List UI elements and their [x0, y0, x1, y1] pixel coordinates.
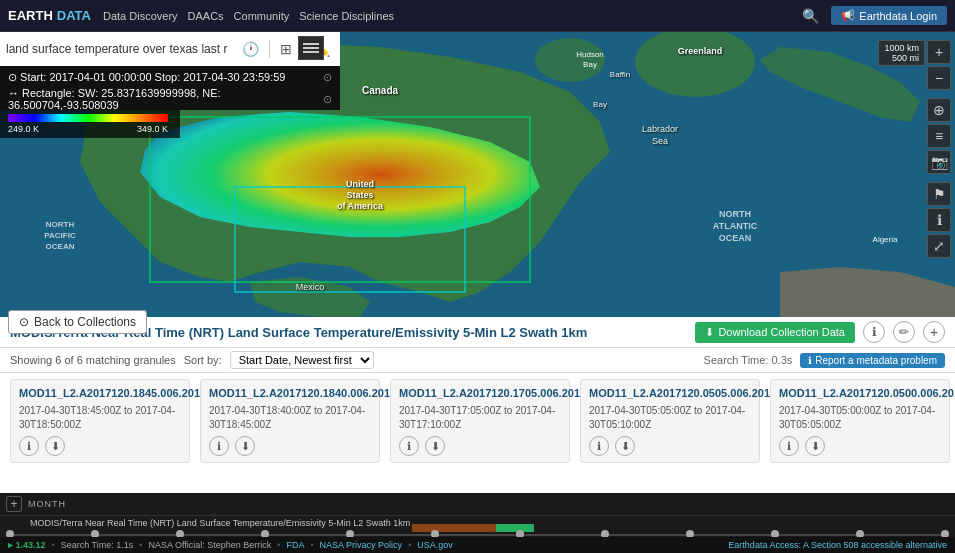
camera-button[interactable]: 📷 [927, 150, 951, 174]
collection-add-button[interactable]: + [923, 321, 945, 343]
svg-text:States: States [346, 190, 373, 200]
usa-link[interactable]: USA.gov [417, 540, 453, 550]
results-panel: MODIS/Terra Near Real Time (NRT) Land Su… [0, 317, 955, 493]
megaphone-icon: 📢 [841, 9, 855, 22]
color-max-label: 349.0 K [137, 124, 168, 134]
datetime-icon: ⊙ [323, 71, 332, 84]
logo-data: DATA [57, 8, 91, 23]
geolocate-button[interactable]: ⊕ [927, 98, 951, 122]
distance-km: 1000 km [884, 43, 919, 53]
svg-text:Bay: Bay [583, 60, 597, 69]
hamburger-line2 [303, 47, 319, 49]
granule-info-button[interactable]: ℹ [779, 436, 799, 456]
granule-card: MOD11_L2.A2017120.1845.006.2017 2017-04-… [10, 379, 190, 463]
granule-info-button[interactable]: ℹ [399, 436, 419, 456]
svg-text:United: United [346, 179, 374, 189]
share-button[interactable]: ⤢ [927, 234, 951, 258]
results-subheader: Showing 6 of 6 matching granules Sort by… [0, 348, 955, 373]
granule-dates: 2017-04-30T17:05:00Z to 2017-04-30T17:10… [399, 404, 561, 432]
svg-text:ATLANTIC: ATLANTIC [713, 221, 758, 231]
hamburger-menu[interactable] [298, 36, 324, 60]
download-collection-button[interactable]: ⬇ Download Collection Data [695, 322, 855, 343]
sep2: • [139, 540, 142, 550]
search-time: Search Time: 0.3s [704, 354, 793, 366]
report-button[interactable]: ℹ Report a metadata problem [800, 353, 945, 368]
sort-select[interactable]: Start Date, Newest first [230, 351, 374, 369]
sep3: • [277, 540, 280, 550]
hamburger-line3 [303, 51, 319, 53]
info-icon: ℹ [808, 355, 812, 366]
granule-download-button[interactable]: ⬇ [45, 436, 65, 456]
svg-text:Greenland: Greenland [678, 46, 723, 56]
distance-indicator: 1000 km 500 mi [878, 40, 925, 66]
login-button[interactable]: 📢 Earthdata Login [831, 6, 947, 25]
color-labels: 249.0 K 349.0 K [8, 124, 168, 134]
nav-data-discovery[interactable]: Data Discovery [103, 10, 178, 22]
version-label: ▸ 1.43.12 [8, 540, 46, 550]
timeline-brown-segment [412, 524, 496, 532]
svg-text:OCEAN: OCEAN [719, 233, 752, 243]
sep1: • [52, 540, 55, 550]
nav-community[interactable]: Community [234, 10, 290, 22]
svg-text:of America: of America [337, 201, 384, 211]
info-button[interactable]: ℹ [927, 208, 951, 232]
ctrl-separator2 [927, 176, 951, 180]
granule-info-button[interactable]: ℹ [19, 436, 39, 456]
download-icon: ⬇ [705, 326, 714, 339]
granule-actions: ℹ ⬇ [209, 436, 371, 456]
granule-info-button[interactable]: ℹ [589, 436, 609, 456]
sep4: • [310, 540, 313, 550]
svg-text:NORTH: NORTH [719, 209, 751, 219]
ctrl-separator [927, 92, 951, 96]
report-label: Report a metadata problem [815, 355, 937, 366]
logo-earth: EARTH [8, 8, 53, 23]
login-label: Earthdata Login [859, 10, 937, 22]
search-input[interactable] [6, 42, 234, 56]
layers-button[interactable]: ≡ [927, 124, 951, 148]
granule-title: MOD11_L2.A2017120.0500.006.2017 [779, 386, 941, 400]
granule-actions: ℹ ⬇ [19, 436, 181, 456]
back-icon: ⊙ [19, 315, 29, 329]
search-time-status: Search Time: 1.1s [61, 540, 134, 550]
granule-download-button[interactable]: ⬇ [615, 436, 635, 456]
status-bar: ▸ 1.43.12 • Search Time: 1.1s • NASA Off… [0, 537, 955, 553]
granule-download-button[interactable]: ⬇ [425, 436, 445, 456]
timeline-month-label: MONTH [28, 499, 66, 509]
accessibility-link[interactable]: Earthdata Access: A Section 508 accessib… [728, 540, 947, 550]
granule-title: MOD11_L2.A2017120.1840.006.2017 [209, 386, 371, 400]
color-gradient [8, 114, 168, 122]
search-icon[interactable]: 🔍 [802, 8, 819, 24]
granule-actions: ℹ ⬇ [399, 436, 561, 456]
sort-by-label: Sort by: [184, 354, 222, 366]
granule-download-button[interactable]: ⬇ [805, 436, 825, 456]
svg-text:NORTH: NORTH [46, 220, 75, 229]
showing-text: Showing 6 of 6 matching granules [10, 354, 176, 366]
granule-actions: ℹ ⬇ [779, 436, 941, 456]
collection-info-button[interactable]: ℹ [863, 321, 885, 343]
back-to-collections-button[interactable]: ⊙ Back to Collections [8, 310, 147, 334]
color-scale: 249.0 K 349.0 K [0, 110, 180, 138]
nav-science-disciplines[interactable]: Science Disciplines [299, 10, 394, 22]
timeline-track: NovDecJan2017FebMarAprMayJunJulAugSepOct [10, 534, 945, 536]
accessibility-text[interactable]: Earthdata Access: A Section 508 accessib… [728, 540, 947, 550]
privacy-link[interactable]: NASA Privacy Policy [320, 540, 403, 550]
nav-daacs[interactable]: DAACs [188, 10, 224, 22]
svg-text:PACIFIC: PACIFIC [44, 231, 76, 240]
granule-title: MOD11_L2.A2017120.1845.006.2017 [19, 386, 181, 400]
collection-edit-button[interactable]: ✏ [893, 321, 915, 343]
fda-link[interactable]: FDA [286, 540, 304, 550]
granule-title: MOD11_L2.A2017120.0505.006.2017 [589, 386, 751, 400]
timeline-add-button[interactable]: + [6, 496, 22, 512]
flag-button[interactable]: ⚑ [927, 182, 951, 206]
granule-download-button[interactable]: ⬇ [235, 436, 255, 456]
zoom-in-button[interactable]: + [927, 40, 951, 64]
granule-info-button[interactable]: ℹ [209, 436, 229, 456]
granule-card: MOD11_L2.A2017120.0500.006.2017 2017-04-… [770, 379, 950, 463]
clock-icon-btn[interactable]: 🕐 [238, 39, 263, 59]
zoom-out-button[interactable]: − [927, 66, 951, 90]
granule-actions: ℹ ⬇ [589, 436, 751, 456]
distance-mi: 500 mi [884, 53, 919, 63]
svg-text:Algeria: Algeria [873, 235, 898, 244]
granule-card: MOD11_L2.A2017120.1705.006.2017 2017-04-… [390, 379, 570, 463]
layers-icon-btn[interactable]: ⊞ [276, 39, 296, 59]
